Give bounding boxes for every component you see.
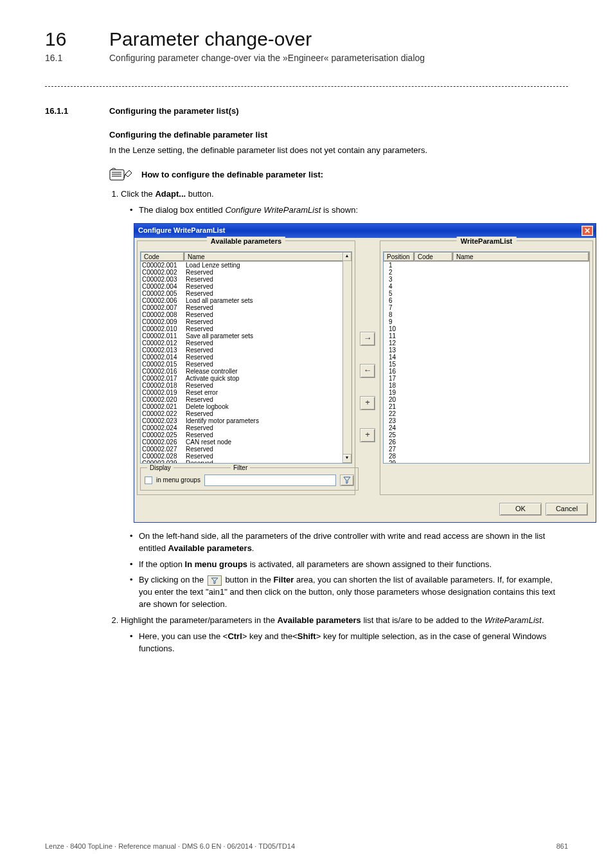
ab3-bold: Filter [274, 575, 294, 584]
separator [45, 86, 568, 87]
list-item[interactable]: C00002.022Reserved [141, 410, 351, 417]
list-item[interactable]: C00002.001Load Lenze setting [141, 262, 351, 269]
list-item[interactable]: C00002.007Reserved [141, 304, 351, 311]
list-item[interactable]: 5 [384, 290, 589, 297]
list-item[interactable]: C00002.014Reserved [141, 354, 351, 361]
list-item[interactable]: 24 [384, 424, 589, 431]
list-item[interactable]: C00002.016Release controller [141, 368, 351, 375]
available-list[interactable]: Code Name C00002.001Load Lenze settingC0… [140, 251, 352, 464]
footer-left: Lenze · 8400 TopLine · Reference manual … [45, 842, 295, 850]
dialog-titlebar[interactable]: Configure WriteParamList ✕ [134, 224, 596, 238]
chapter-number: 16 [45, 28, 78, 50]
list-item[interactable]: C00002.006Load all parameter sets [141, 297, 351, 304]
list-item[interactable]: 16 [384, 368, 589, 375]
writeparamlist-list[interactable]: Position Code Name 123456789101112131415… [383, 251, 590, 464]
col-name-right[interactable]: Name [453, 252, 589, 262]
list-item[interactable]: 2 [384, 269, 589, 276]
scrollbar[interactable] [342, 252, 351, 463]
list-item[interactable]: C00002.008Reserved [141, 311, 351, 318]
definable-heading: Configuring the definable parameter list [109, 130, 568, 140]
step1-button-name: Adapt... [155, 189, 186, 199]
list-item[interactable]: C00002.015Reserved [141, 361, 351, 368]
filter-input[interactable] [204, 475, 336, 486]
list-item[interactable]: 12 [384, 339, 589, 347]
list-item[interactable]: C00002.027Reserved [141, 446, 351, 453]
ab1-b: . [252, 543, 254, 553]
list-item[interactable]: C00002.004Reserved [141, 283, 351, 290]
list-item[interactable]: 10 [384, 325, 589, 332]
list-item[interactable]: C00002.021Delete logbook [141, 403, 351, 410]
list-item[interactable]: 20 [384, 396, 589, 403]
list-item[interactable]: 18 [384, 382, 589, 389]
list-item[interactable]: C00002.003Reserved [141, 276, 351, 283]
list-item[interactable]: 23 [384, 417, 589, 424]
move-right-button[interactable]: → [360, 332, 375, 346]
list-item[interactable]: 21 [384, 403, 589, 410]
list-item[interactable]: 4 [384, 283, 589, 290]
ab2-bold: In menu groups [185, 559, 248, 569]
move-buttons-col: → ← + + [358, 240, 377, 495]
howto-icon [109, 167, 135, 182]
list-item[interactable]: 28 [384, 453, 589, 460]
col-code[interactable]: Code [141, 252, 184, 262]
s2-c: . [542, 615, 544, 625]
close-icon[interactable]: ✕ [582, 226, 593, 236]
list-item[interactable]: C00002.020Reserved [141, 396, 351, 403]
in-menu-groups-checkbox[interactable] [145, 476, 152, 484]
list-item[interactable]: 15 [384, 361, 589, 368]
add-button-1[interactable]: + [360, 396, 375, 410]
list-item[interactable]: C00002.012Reserved [141, 339, 351, 347]
s2-bold: Available parameters [278, 615, 361, 625]
list-item[interactable]: C00002.023Identify motor parameters [141, 417, 351, 424]
list-item[interactable]: 26 [384, 439, 589, 446]
list-item[interactable]: C00002.013Reserved [141, 347, 351, 354]
list-item[interactable]: 17 [384, 375, 589, 382]
list-item[interactable]: 1 [384, 262, 589, 269]
ab3-a: By clicking on the [139, 575, 206, 584]
scroll-down-icon[interactable]: ▾ [342, 454, 351, 463]
howto-heading: How to configure the definable parameter… [141, 170, 323, 179]
s2b-k2: Shift [298, 631, 316, 641]
list-item[interactable]: C00002.017Activate quick stop [141, 375, 351, 382]
list-item[interactable]: 7 [384, 304, 589, 311]
col-code-right[interactable]: Code [414, 252, 453, 262]
step1-tail: button. [186, 189, 213, 199]
list-item[interactable]: 27 [384, 446, 589, 453]
list-item[interactable]: 6 [384, 297, 589, 304]
list-item[interactable]: C00002.011Save all parameter sets [141, 332, 351, 339]
step1-bullet-1: The dialog box entitled Configure WriteP… [130, 204, 568, 217]
list-item[interactable]: 3 [384, 276, 589, 283]
list-item[interactable]: 9 [384, 318, 589, 325]
list-item[interactable]: 29 [384, 460, 589, 464]
cancel-button[interactable]: Cancel [546, 503, 588, 516]
list-item[interactable]: C00002.009Reserved [141, 318, 351, 325]
list-item[interactable]: 14 [384, 354, 589, 361]
chapter-title: Parameter change-over [109, 28, 312, 50]
list-item[interactable]: C00002.010Reserved [141, 325, 351, 332]
list-item[interactable]: 13 [384, 347, 589, 354]
list-item[interactable]: 8 [384, 311, 589, 318]
list-item[interactable]: C00002.025Reserved [141, 431, 351, 439]
list-item[interactable]: C00002.005Reserved [141, 290, 351, 297]
list-item[interactable]: 22 [384, 410, 589, 417]
subsection-title: Configuring parameter change-over via th… [109, 53, 425, 63]
list-item[interactable]: 19 [384, 389, 589, 396]
list-item[interactable]: 25 [384, 431, 589, 439]
col-position[interactable]: Position [384, 252, 414, 262]
col-name[interactable]: Name [184, 252, 351, 262]
list-item[interactable]: C00002.024Reserved [141, 424, 351, 431]
add-button-2[interactable]: + [360, 428, 375, 442]
subsection-number: 16.1 [45, 53, 78, 63]
list-item[interactable]: C00002.026CAN reset node [141, 439, 351, 446]
list-item[interactable]: C00002.019Reset error [141, 389, 351, 396]
intro-paragraph: In the Lenze setting, the definable para… [109, 145, 568, 156]
filter-button[interactable] [340, 475, 354, 486]
move-left-button[interactable]: ← [360, 364, 375, 378]
list-item[interactable]: C00002.018Reserved [141, 382, 351, 389]
list-item[interactable]: C00002.028Reserved [141, 453, 351, 460]
scroll-up-icon[interactable]: ▴ [342, 252, 351, 261]
display-legend: Display [147, 464, 173, 473]
list-item[interactable]: C00002.002Reserved [141, 269, 351, 276]
list-item[interactable]: 11 [384, 332, 589, 339]
ok-button[interactable]: OK [499, 503, 542, 516]
